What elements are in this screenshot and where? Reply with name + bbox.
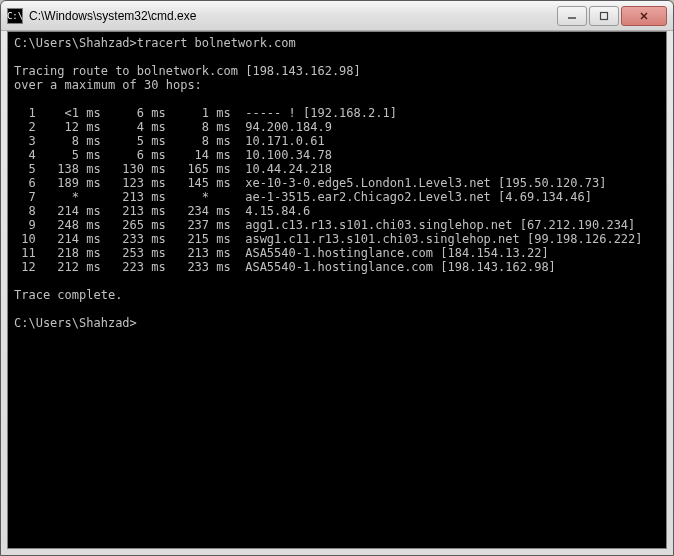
window-controls: [555, 6, 667, 26]
minimize-icon: [567, 11, 577, 21]
window-title: C:\Windows\system32\cmd.exe: [29, 9, 555, 23]
cmd-window: C:\ C:\Windows\system32\cmd.exe C:\Users…: [0, 0, 674, 556]
svg-rect-1: [601, 12, 608, 19]
titlebar[interactable]: C:\ C:\Windows\system32\cmd.exe: [1, 1, 673, 31]
cmd-icon: C:\: [7, 8, 23, 24]
maximize-button[interactable]: [589, 6, 619, 26]
maximize-icon: [599, 11, 609, 21]
close-button[interactable]: [621, 6, 667, 26]
minimize-button[interactable]: [557, 6, 587, 26]
console-output[interactable]: C:\Users\Shahzad>tracert bolnetwork.com …: [7, 31, 667, 549]
close-icon: [639, 11, 649, 21]
